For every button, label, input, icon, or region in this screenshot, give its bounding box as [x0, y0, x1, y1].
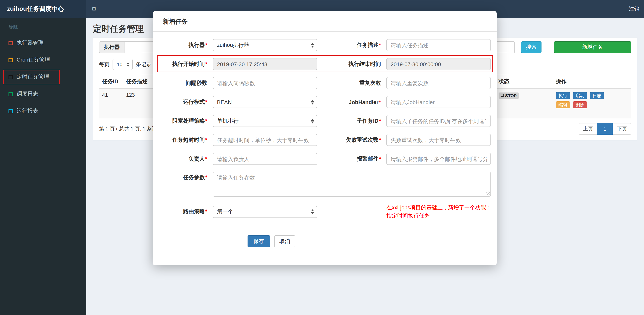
fail-retry-input[interactable]	[386, 134, 491, 146]
next-page-button[interactable]: 下页	[613, 123, 631, 135]
select-arrows-icon	[311, 43, 314, 47]
executor-select[interactable]: zuihou执行器	[213, 39, 317, 51]
prev-page-button[interactable]: 上页	[579, 123, 597, 135]
modal-title: 新增任务	[153, 11, 497, 32]
required-mark: *	[379, 99, 381, 105]
required-mark: *	[205, 61, 207, 67]
job-param-textarea[interactable]	[213, 172, 491, 197]
job-param-field	[213, 172, 491, 197]
start-button[interactable]: 启动	[573, 92, 587, 99]
sidebar-item-executor-manage[interactable]: 执行器管理	[0, 35, 86, 52]
header-task-id: 任务ID	[99, 75, 123, 88]
owner-input[interactable]	[213, 153, 317, 165]
block-strategy-select-value: 单机串行	[217, 117, 239, 124]
route-strategy-select-value: 第一个	[217, 208, 233, 215]
search-button[interactable]: 搜索	[521, 41, 542, 53]
brand-title: zuihou任务调度中心	[0, 0, 86, 18]
alarm-email-label: 报警邮件*	[317, 155, 386, 162]
square-icon	[8, 58, 13, 62]
select-arrows-icon	[311, 209, 314, 214]
per-page-suffix: 条记录	[136, 61, 152, 68]
sidebar-section-label: 导航	[0, 18, 86, 35]
job-desc-input[interactable]	[386, 39, 491, 51]
job-param-label: 任务参数*	[158, 172, 213, 181]
required-mark: *	[379, 42, 381, 48]
job-handler-label: JobHandler*	[317, 99, 386, 105]
edit-button[interactable]: 编辑	[556, 101, 570, 108]
square-icon	[8, 92, 13, 96]
stop-square-icon	[501, 94, 504, 97]
required-mark: *	[205, 42, 207, 48]
block-strategy-label: 阻塞处理策略*	[158, 117, 213, 124]
end-time-label: 执行结束时间	[317, 61, 386, 68]
required-mark: *	[205, 136, 207, 143]
operation-line-1: 执行 启动 日志	[556, 92, 626, 99]
sidebar-item-run-report[interactable]: 运行报表	[0, 103, 86, 120]
child-jobid-input[interactable]	[386, 115, 491, 127]
sidebar-item-label: 定时任务管理	[17, 74, 49, 81]
child-jobid-label: 子任务ID*	[317, 117, 386, 124]
owner-label: 负责人*	[158, 155, 213, 162]
glue-type-label: 运行模式*	[158, 99, 213, 105]
add-task-form: 执行器* zuihou执行器 任务描述* 执行开始时间* 执行结束时间 间隔秒数…	[158, 39, 491, 220]
per-page-value: 10	[117, 62, 122, 67]
sidebar-toggle-icon[interactable]: □	[92, 0, 96, 18]
save-button[interactable]: 保存	[248, 235, 270, 247]
add-task-button[interactable]: 新增任务	[554, 41, 631, 53]
required-mark: *	[205, 155, 207, 162]
start-time-label: 执行开始时间*	[158, 61, 213, 68]
delete-button[interactable]: 删除	[573, 101, 587, 108]
repeat-label: 重复次数	[317, 80, 386, 87]
timeout-input[interactable]	[213, 134, 317, 146]
header-operations: 操作	[553, 75, 629, 88]
repeat-input[interactable]	[386, 77, 491, 89]
required-mark: *	[205, 99, 207, 105]
cell-status: STOP	[496, 89, 553, 118]
start-time-input[interactable]	[213, 58, 317, 70]
required-mark: *	[379, 155, 381, 162]
add-task-modal: 新增任务 执行器* zuihou执行器 任务描述* 执行开始时间* 执行结束时间…	[153, 11, 497, 265]
sidebar-item-label: 运行报表	[17, 108, 38, 115]
glue-type-select-value: BEAN	[217, 99, 232, 105]
alarm-email-input[interactable]	[386, 153, 491, 165]
timeout-label: 任务超时时间*	[158, 136, 213, 143]
sidebar-item-timed-task[interactable]: 定时任务管理	[0, 69, 86, 86]
required-mark: *	[205, 174, 207, 180]
block-strategy-select[interactable]: 单机串行	[213, 115, 317, 127]
executor-label: 执行器*	[158, 42, 213, 49]
log-button[interactable]: 日志	[590, 92, 604, 99]
sidebar-item-schedule-log[interactable]: 调度日志	[0, 86, 86, 103]
end-time-input[interactable]	[386, 58, 491, 70]
app-root: zuihou任务调度中心 □ 注销 导航 执行器管理 Cron任务管理 定时任务…	[0, 0, 644, 315]
modal-footer: 保存 取消	[158, 227, 491, 247]
cell-task-id: 41	[99, 89, 123, 118]
select-arrows-icon	[311, 100, 314, 104]
job-desc-label: 任务描述*	[317, 42, 386, 49]
square-icon	[8, 75, 13, 79]
interval-input[interactable]	[213, 77, 317, 89]
cell-operations: 执行 启动 日志 编辑 删除	[553, 89, 629, 118]
cancel-button[interactable]: 取消	[274, 235, 295, 247]
header-status: 状态	[496, 75, 553, 88]
status-badge: STOP	[498, 92, 519, 99]
sidebar-item-label: 调度日志	[17, 91, 38, 98]
modal-body: 执行器* zuihou执行器 任务描述* 执行开始时间* 执行结束时间 间隔秒数…	[153, 32, 497, 247]
per-page-prefix: 每页	[99, 61, 110, 68]
logout-link[interactable]: 注销	[629, 0, 639, 18]
sidebar-item-label: 执行器管理	[17, 40, 44, 47]
job-handler-input[interactable]	[386, 96, 491, 108]
per-page-select[interactable]: 10	[112, 59, 133, 70]
glue-type-select[interactable]: BEAN	[213, 96, 317, 108]
run-button[interactable]: 执行	[556, 92, 570, 99]
route-strategy-select[interactable]: 第一个	[213, 206, 317, 218]
executor-select-value: zuihou执行器	[217, 42, 249, 49]
required-mark: *	[379, 136, 381, 143]
feature-note-line-1: 在xxl-jobs项目的基础上，新增了一个功能：	[386, 204, 499, 212]
select-arrows-icon	[311, 119, 314, 123]
executor-filter-label: 执行器	[99, 41, 124, 53]
sidebar-item-cron-task[interactable]: Cron任务管理	[0, 52, 86, 69]
page-1-button[interactable]: 1	[597, 123, 613, 135]
required-mark: *	[205, 117, 207, 124]
sidebar: 导航 执行器管理 Cron任务管理 定时任务管理 调度日志 运行报表	[0, 18, 86, 315]
status-badge-label: STOP	[505, 93, 517, 98]
